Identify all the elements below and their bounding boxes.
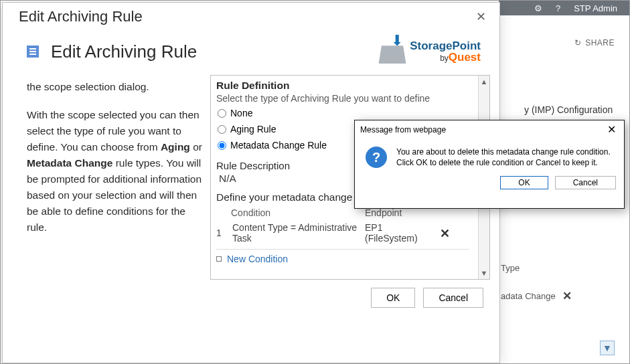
rule-definition-subtext: Select the type of Archiving Rule you wa… [216, 93, 469, 104]
help-text-1: the scope selection dialog. [27, 79, 202, 95]
question-icon: ? [366, 147, 387, 168]
cancel-button[interactable]: Cancel [423, 288, 483, 308]
refresh-icon: ↻ [574, 38, 582, 48]
radio-aging-label: Aging Rule [230, 124, 277, 134]
condition-text: Content Type = Administrative Task [232, 222, 361, 244]
document-icon [27, 46, 39, 58]
expand-chevron-button[interactable]: ▼ [600, 341, 615, 355]
msgbox-cancel-button[interactable]: Cancel [555, 176, 616, 189]
rule-definition-heading: Rule Definition [216, 80, 469, 92]
scroll-up-arrow-icon[interactable]: ▲ [479, 76, 489, 88]
radio-none-input[interactable] [218, 109, 226, 118]
arrow-down-icon: ⬇ [391, 32, 403, 50]
condition-endpoint: EP1 (FileSystem) [365, 222, 432, 244]
share-label: SHARE [585, 38, 615, 48]
brand-logo: ⬇ StoragePoint byQuest [380, 40, 481, 63]
help-text-2: With the scope selected you can then sel… [27, 107, 202, 236]
background-rule-table: Type adata Change ✕ [501, 263, 572, 319]
square-icon [216, 256, 222, 262]
msgbox-text: You are about to delete this metadata ch… [396, 147, 611, 168]
user-label: STP Admin [574, 3, 617, 13]
remove-condition-button[interactable]: ✕ [436, 222, 454, 245]
background-page-title: y (IMP) Configuration [524, 104, 613, 115]
dialog-close-button[interactable]: ✕ [472, 8, 490, 25]
radio-none[interactable]: None [218, 108, 469, 118]
help-text-panel: the scope selection dialog. With the sco… [12, 75, 210, 280]
col-condition: Condition [231, 207, 365, 218]
ok-button[interactable]: OK [371, 288, 415, 308]
gear-icon[interactable]: ⚙ [534, 3, 542, 13]
conditions-table: Condition Endpoint 1 Content Type = Admi… [216, 207, 469, 264]
new-condition-row: New Condition [216, 254, 469, 264]
radio-none-label: None [230, 108, 252, 118]
condition-row: 1 Content Type = Administrative Task EP1… [216, 218, 469, 250]
msgbox-ok-button[interactable]: OK [500, 176, 548, 189]
dialog-heading: Edit Archiving Rule [51, 41, 197, 62]
dialog-title: Edit Archiving Rule [19, 8, 143, 25]
new-condition-link[interactable]: New Condition [227, 254, 288, 264]
brand-company: Quest [449, 51, 481, 64]
bg-type-row: adata Change ✕ [501, 289, 572, 303]
confirm-delete-dialog: Message from webpage ✕ ? You are about t… [354, 120, 625, 209]
radio-metadata-label: Metadata Change Rule [230, 140, 327, 151]
bg-type-header: Type [501, 263, 572, 273]
help-icon[interactable]: ? [556, 3, 560, 13]
msgbox-close-button[interactable]: ✕ [605, 123, 619, 136]
app-topbar: ⚙ ? STP Admin [499, 1, 629, 15]
scroll-down-arrow-icon[interactable]: ▼ [479, 267, 489, 279]
brand-by: by [440, 54, 449, 63]
msgbox-title: Message from webpage [360, 125, 446, 134]
radio-metadata-input[interactable] [218, 141, 226, 150]
col-endpoint: Endpoint [365, 207, 439, 218]
brand-name: StoragePoint [410, 40, 481, 52]
condition-index: 1 [216, 222, 228, 238]
radio-aging-input[interactable] [218, 125, 226, 134]
close-icon[interactable]: ✕ [562, 289, 572, 303]
share-link[interactable]: ↻ SHARE [574, 38, 615, 48]
